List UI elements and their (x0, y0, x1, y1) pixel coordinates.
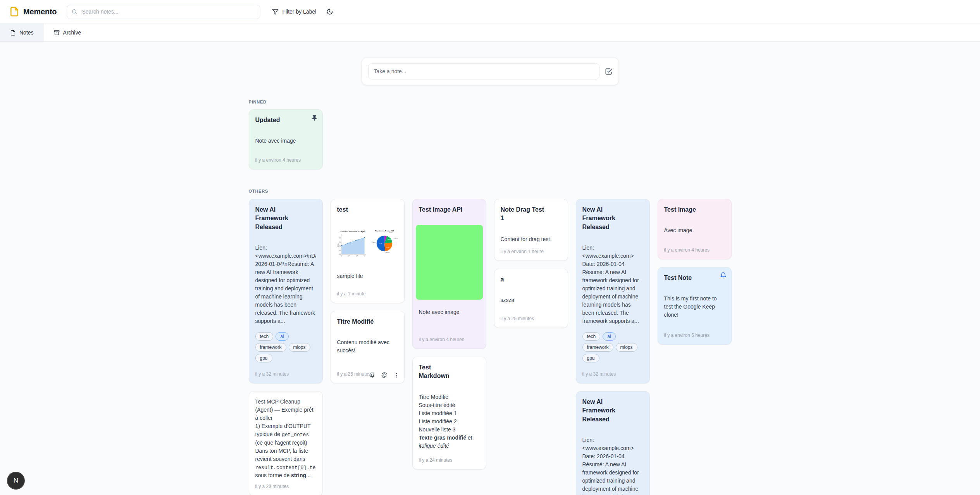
svg-text:40: 40 (339, 254, 341, 255)
note-content: Note avec image (419, 308, 480, 316)
label-chip[interactable]: gpu (255, 354, 272, 362)
note-title: Test Image API (419, 205, 480, 214)
note-logo-icon (9, 7, 19, 17)
file-icon (10, 30, 16, 36)
svg-text:Q2: Q2 (348, 255, 350, 257)
note-card-test-image-api[interactable]: Test Image API Note avec image il y a en… (412, 199, 486, 349)
app-logo: Memento (9, 7, 57, 17)
archive-icon (54, 30, 60, 36)
label-chip[interactable]: mlops (616, 343, 637, 352)
note-timestamp: il y a 25 minutes (337, 371, 371, 377)
note-title: a (501, 275, 561, 284)
notes-grid: New AI Framework Released Lien: <www.exa… (249, 199, 732, 495)
note-title: Note Drag Test 1 (501, 205, 561, 223)
note-title: Titre Modifié (337, 317, 398, 326)
note-content: This is my first note to test the Google… (664, 295, 725, 319)
grid-column: Test Image API Note avec image il y a en… (412, 199, 486, 469)
filter-by-label-button[interactable]: Filter by Label (272, 9, 316, 15)
note-content: Content for drag test (501, 235, 561, 243)
search-input[interactable] (67, 5, 260, 19)
others-section-label: OTHERS (249, 189, 732, 193)
grid-column: New AI Framework Released Lien: <www.exa… (576, 199, 650, 495)
note-timestamp: il y a environ 5 heures (664, 333, 710, 338)
svg-text:Q3: Q3 (356, 255, 358, 257)
note-title: New AI Framework Released (582, 398, 643, 424)
note-hover-actions (369, 372, 400, 378)
moon-icon (326, 8, 333, 15)
note-card-a[interactable]: a szsza il y a 25 minutes (494, 269, 568, 328)
note-content: Lien: <www.example.com> Date: 2026-01-04… (582, 244, 643, 325)
note-content: Avec image (664, 226, 725, 235)
palette-icon[interactable] (381, 372, 388, 378)
theme-toggle-button[interactable] (326, 8, 333, 15)
svg-text:CA (M€): CA (M€) (338, 244, 339, 248)
note-card-new-ai-framework[interactable]: New AI Framework Released Lien: <www.exa… (249, 199, 323, 383)
inline-code: get_notes (282, 432, 309, 438)
svg-text:55: 55 (339, 241, 341, 243)
grid-column: Note Drag Test 1 Content for drag test i… (494, 199, 568, 328)
note-timestamp: il y a 32 minutes (255, 371, 289, 377)
dev-tools-button[interactable]: N (7, 472, 25, 490)
note-card-new-ai-framework-3[interactable]: New AI Framework Released Lien: <www.exa… (576, 391, 650, 495)
note-content: Lien: <www.example.com>\nDate: 2026-01-0… (255, 244, 316, 325)
line-chart-thumbnail: Croissance Trimestrielle du CA (M€) Q1 Q… (337, 226, 368, 262)
label-chip[interactable]: framework (255, 343, 286, 352)
note-content: Contenu modifié avec succès! (337, 338, 398, 355)
label-chip[interactable]: ai (603, 332, 615, 341)
note-timestamp: il y a environ 4 heures (255, 157, 301, 163)
svg-text:50: 50 (339, 245, 341, 247)
pin-outline-icon[interactable] (369, 372, 375, 378)
grid-column: New AI Framework Released Lien: <www.exa… (249, 199, 323, 495)
pin-icon[interactable] (311, 114, 318, 121)
label-chip[interactable]: tech (582, 332, 601, 341)
svg-text:51.4%: 51.4% (379, 243, 382, 245)
note-card-new-ai-framework-2[interactable]: New AI Framework Released Lien: <www.exa… (576, 199, 650, 383)
note-timestamp: il y a 24 minutes (419, 457, 453, 463)
search-icon (71, 9, 78, 15)
svg-text:60: 60 (339, 237, 341, 239)
more-options-icon[interactable] (393, 372, 400, 378)
reminder-bell-icon[interactable] (720, 272, 727, 279)
note-card-updated[interactable]: Updated Note avec image il y a environ 4… (249, 109, 323, 169)
label-chips: tech ai framework mlops gpu (255, 332, 316, 362)
note-timestamp: il y a 1 minute (337, 291, 366, 297)
note-composer (362, 57, 619, 85)
label-chip[interactable]: gpu (582, 354, 599, 362)
note-card-test-markdown[interactable]: Test Markdown Titre Modifié Sous-titre é… (412, 357, 486, 469)
note-card-test-mcp-cleanup[interactable]: Test MCP Cleanup (Agent) — Exemple prêt … (249, 391, 323, 495)
note-card-test-note[interactable]: Test Note This is my first note to test … (658, 267, 732, 345)
tab-archive-label: Archive (63, 29, 81, 36)
svg-text:18.3%: 18.3% (388, 239, 391, 241)
grid-column: Test Image Avec image il y a environ 4 h… (658, 199, 732, 345)
label-chip[interactable]: mlops (289, 343, 310, 352)
note-card-test-image[interactable]: Test Image Avec image il y a environ 4 h… (658, 199, 732, 259)
svg-text:Services: Services (386, 252, 390, 254)
note-title: Updated (255, 116, 316, 124)
note-title: New AI Framework Released (255, 205, 316, 231)
note-card-titre-modifie[interactable]: Titre Modifié Contenu modifié avec succè… (331, 311, 405, 383)
note-title: New AI Framework Released (582, 205, 643, 231)
note-content: Titre Modifié Sous-titre édité Liste mod… (419, 393, 480, 452)
grid-column: test Croissance Trimestrielle du CA (M€) (331, 199, 405, 383)
note-content: Test MCP Cleanup (Agent) — Exemple prêt … (255, 398, 316, 478)
label-chip[interactable]: framework (582, 343, 613, 352)
note-title: Test Image (664, 205, 725, 214)
take-a-note-input[interactable] (368, 63, 599, 79)
tab-archive[interactable]: Archive (44, 24, 91, 41)
svg-text:Q4: Q4 (363, 255, 365, 257)
note-card-note-drag-test[interactable]: Note Drag Test 1 Content for drag test i… (494, 199, 568, 261)
svg-text:Produits: Produits (372, 242, 376, 243)
label-chip[interactable]: tech (255, 332, 274, 341)
new-checklist-button[interactable] (605, 68, 612, 75)
search-box (67, 5, 260, 19)
label-chip[interactable]: ai (276, 332, 288, 341)
note-content: szsza (501, 296, 561, 304)
tab-notes[interactable]: Notes (0, 24, 44, 41)
note-card-test[interactable]: test Croissance Trimestrielle du CA (M€) (331, 199, 405, 303)
svg-text:25.6%: 25.6% (386, 247, 389, 249)
pie-chart-thumbnail: Répartition des Revenus 2024 51.4% 25.6%… (371, 226, 398, 257)
note-timestamp: il y a environ 4 heures (419, 337, 464, 342)
note-title: Test Note (664, 274, 725, 282)
filter-by-label-text: Filter by Label (282, 9, 316, 15)
svg-text:Q1: Q1 (341, 255, 342, 257)
